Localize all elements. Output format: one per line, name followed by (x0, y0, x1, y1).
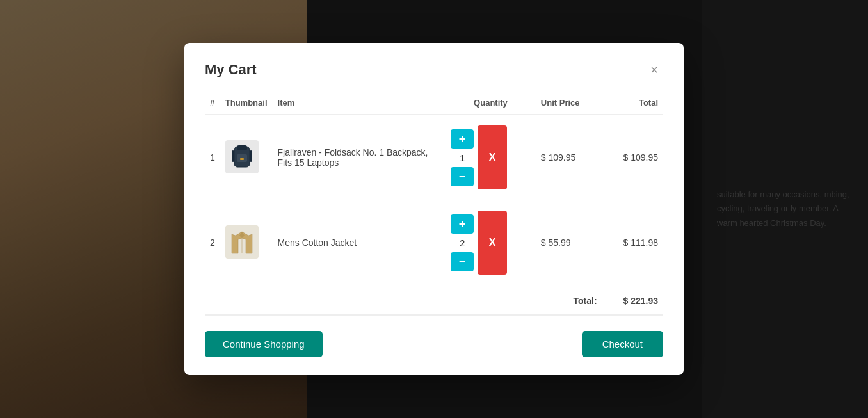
row-1-num: 1 (205, 115, 220, 200)
svg-rect-5 (232, 150, 234, 162)
checkout-button[interactable]: Checkout (582, 331, 663, 357)
col-header-quantity: Quantity (446, 92, 536, 115)
modal-title: My Cart (205, 61, 257, 78)
cart-total-value: $ 221.93 (602, 285, 663, 314)
row-1-qty-plus[interactable]: + (451, 129, 474, 149)
col-header-total: Total (602, 92, 663, 115)
svg-rect-4 (240, 158, 244, 160)
cart-modal: My Cart × # Thumbnail Item Quantity Unit… (184, 43, 684, 375)
backpack-icon (225, 140, 259, 173)
row-2-qty-plus[interactable]: + (451, 214, 474, 234)
modal-header: My Cart × (205, 61, 663, 79)
col-header-item: Item (273, 92, 446, 115)
svg-rect-6 (250, 150, 252, 162)
row-2-quantity-controls: + 2 − (451, 214, 474, 271)
col-header-thumbnail: Thumbnail (220, 92, 273, 115)
row-2-thumbnail (220, 200, 273, 285)
table-row: 2 Mens Cotton Jacket (205, 200, 663, 285)
jacket-icon (225, 225, 259, 259)
row-1-thumbnail (220, 115, 273, 200)
table-row: 1 Fjallra (205, 115, 663, 200)
row-2-qty-value: 2 (460, 236, 465, 250)
close-button[interactable]: × (645, 61, 663, 79)
row-2-remove-button[interactable]: X (478, 211, 507, 275)
row-2-quantity-cell: + 2 − X (446, 200, 536, 285)
cart-total-label: Total: (536, 285, 602, 314)
row-1-qty-minus[interactable]: − (451, 167, 474, 186)
row-2-item-name: Mens Cotton Jacket (273, 200, 446, 285)
row-1-quantity-controls: + 1 − (451, 129, 474, 186)
modal-footer: Continue Shopping Checkout (205, 315, 663, 357)
row-2-total: $ 111.98 (602, 200, 663, 285)
row-1-quantity-cell: + 1 − X (446, 115, 536, 200)
modal-overlay: My Cart × # Thumbnail Item Quantity Unit… (0, 0, 868, 418)
row-1-total: $ 109.95 (602, 115, 663, 200)
row-1-unit-price: $ 109.95 (536, 115, 602, 200)
row-1-item-name: Fjallraven - Foldsack No. 1 Backpack, Fi… (273, 115, 446, 200)
row-2-unit-price: $ 55.99 (536, 200, 602, 285)
row-1-remove-button[interactable]: X (478, 125, 507, 189)
row-2-qty-minus[interactable]: − (451, 252, 474, 271)
svg-rect-2 (237, 145, 247, 150)
row-2-num: 2 (205, 200, 220, 285)
row-1-qty-value: 1 (460, 151, 465, 165)
cart-table: # Thumbnail Item Quantity Unit Price Tot… (205, 92, 663, 314)
col-header-num: # (205, 92, 220, 115)
continue-shopping-button[interactable]: Continue Shopping (205, 331, 323, 357)
cart-total-row: Total: $ 221.93 (205, 285, 663, 314)
col-header-unit-price: Unit Price (536, 92, 602, 115)
